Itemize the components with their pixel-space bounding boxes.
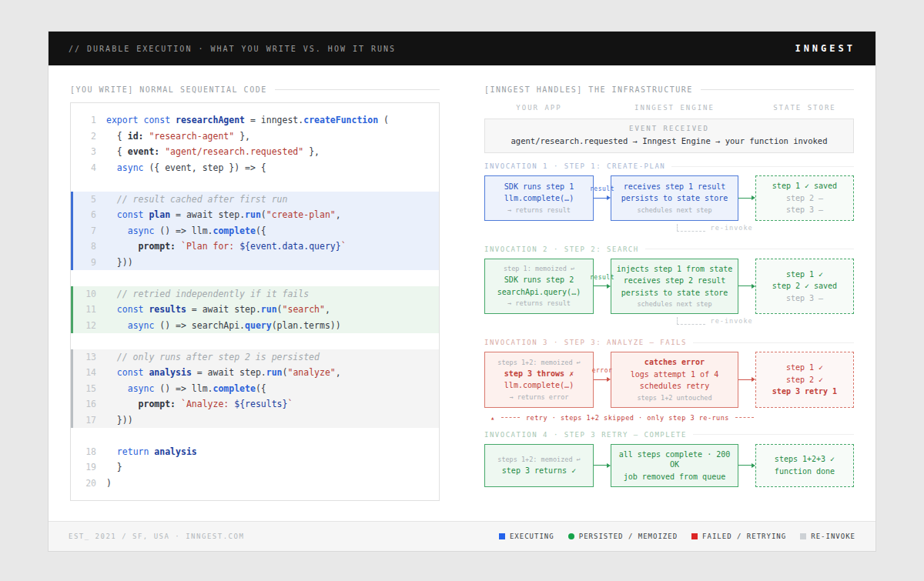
line-number: 11: [73, 302, 106, 318]
code-token: })): [106, 415, 133, 426]
flow-box-engine: catches errorlogs attempt 1 of 4schedule…: [611, 352, 738, 408]
legend-swatch-square: [800, 533, 806, 539]
code-line: 10 // retried independently if it fails: [71, 286, 439, 302]
line-number: [73, 428, 106, 444]
code-token: }: [106, 462, 122, 472]
code-token: run: [261, 304, 277, 315]
invocation-row: steps 1+2: memoized ↩step 3 returns ✓all…: [484, 444, 854, 488]
arrow-shaft: [594, 198, 607, 199]
flow-arrow-icon: [594, 444, 611, 488]
code-token: prompt:: [139, 241, 176, 252]
code-token: = inngest.: [245, 115, 303, 125]
right-panel-heading: [INNGEST HANDLES] THE INFRASTRUCTURE: [484, 84, 854, 95]
code-line: 15 async () => llm.complete({: [71, 381, 439, 397]
flow-box-engine: all steps complete · 200 OKjob removed f…: [611, 444, 738, 488]
column-state-store: STATE STORE: [755, 104, 854, 112]
code-token: [106, 446, 117, 457]
left-panel: [YOU WRITE] NORMAL SEQUENTIAL CODE 1expo…: [70, 84, 440, 521]
box-line: SDK runs step 2: [488, 275, 590, 285]
top-bar-title: // DURABLE EXECUTION · WHAT YOU WRITE VS…: [69, 45, 396, 53]
code-token: (: [378, 115, 389, 125]
code-token: const: [117, 304, 144, 315]
code-token: complete: [213, 383, 256, 394]
line-number: 18: [73, 444, 106, 460]
code-line: 11 const results = await step.run("searc…: [71, 302, 439, 318]
line-number: 13: [73, 349, 106, 366]
arrow-label: result: [590, 185, 614, 192]
arrow-label: result: [590, 274, 614, 281]
code-text: async ({ event, step }) => {: [106, 160, 266, 176]
line-number: 19: [73, 459, 106, 476]
code-token: return: [117, 446, 149, 457]
code-token: `Plan for:: [181, 241, 239, 252]
code-blank-line: [71, 270, 439, 286]
code-token: analysis: [154, 446, 196, 457]
box-line: step 3 —: [759, 205, 850, 215]
box-line: steps 1+2 untouched: [614, 393, 735, 402]
code-token: // only runs after step 2 is persisted: [106, 352, 320, 362]
reinvoke-elbow-icon: [677, 224, 705, 232]
flow-box-store: steps 1+2+3 ✓function done: [755, 444, 854, 488]
arrow-shaft: [594, 379, 607, 380]
legend-swatch-circle: [568, 533, 574, 539]
invocation-row: steps 1+2: memoized ↩step 3 throws ✗llm.…: [484, 352, 854, 408]
legend-item: RE-INVOKE: [800, 533, 855, 540]
code-token: event:: [128, 146, 160, 157]
code-token: ): [106, 478, 112, 489]
code-text: async () => llm.complete({: [106, 223, 266, 239]
code-token: "research-agent": [149, 131, 234, 142]
code-token: ,: [325, 304, 330, 315]
code-token: // retried independently if it fails: [106, 289, 309, 299]
code-token: const: [117, 367, 144, 378]
code-token: ({ event, step }) => {: [143, 162, 266, 173]
code-token: async: [128, 225, 155, 236]
code-token: [106, 209, 117, 220]
box-line: logs attempt 1 of 4: [614, 369, 735, 380]
code-token: [176, 399, 181, 409]
code-token: run: [266, 367, 283, 378]
line-number: 7: [73, 223, 106, 239]
arrow-label: error: [592, 367, 613, 374]
code-token: [106, 399, 139, 409]
code-token: (plan.terms)): [272, 320, 341, 331]
arrow-head-icon: [752, 377, 755, 382]
heading-rule: [275, 89, 440, 90]
line-number: [73, 270, 106, 286]
reinvoke-label: re-invoke: [711, 224, 753, 232]
flow-arrow-icon: [738, 175, 755, 221]
column-headers: YOUR APP INNGEST ENGINE STATE STORE: [484, 104, 854, 112]
column-gap: [738, 104, 755, 112]
code-line: 16 prompt: `Analyze: ${results}`: [71, 396, 439, 412]
line-number: 17: [73, 412, 106, 429]
left-panel-heading: [YOU WRITE] NORMAL SEQUENTIAL CODE: [70, 84, 440, 95]
code-token: run: [245, 209, 261, 220]
code-token: `Analyze:: [181, 399, 234, 409]
invocation-label-text: INVOCATION 1 · STEP 1: CREATE-PLAN: [484, 162, 665, 170]
code-line: 12 async () => searchApi.query(plan.term…: [71, 318, 439, 334]
code-token: () => searchApi.: [154, 320, 245, 331]
code-blank-line: [71, 428, 439, 444]
box-line: function done: [759, 466, 850, 477]
box-line: step 3 retry 1: [759, 386, 850, 397]
flow-box-store: step 1 ✓step 2 ✓ savedstep 3 —: [755, 259, 854, 315]
code-token: async: [128, 320, 155, 331]
footer-meta[interactable]: EST_ 2021 / SF, USA · INNGEST.COM: [69, 533, 244, 540]
line-number: 16: [73, 396, 106, 412]
legend-label: EXECUTING: [510, 533, 554, 540]
code-text: })): [106, 412, 133, 429]
code-token: [106, 367, 117, 378]
code-text: async () => searchApi.query(plan.terms)): [106, 318, 341, 334]
reinvoke-elbow-icon: [677, 317, 705, 325]
legend-label: PERSISTED / MEMOIZED: [579, 533, 678, 540]
flow-box-app: steps 1+2: memoized ↩step 3 returns ✓: [484, 444, 594, 488]
box-line: step 3 returns ✓: [488, 466, 590, 476]
event-box-text: agent/research.requested → Inngest Engin…: [488, 136, 850, 145]
top-bar: // DURABLE EXECUTION · WHAT YOU WRITE VS…: [49, 32, 875, 65]
invocation-row: SDK runs step 1llm.complete(…)→ returns …: [484, 175, 854, 221]
code-token: },: [234, 131, 250, 142]
code-token: [106, 241, 139, 252]
box-line: receives step 2 result: [614, 275, 735, 286]
code-line: 3 { event: "agent/research.requested" },: [71, 144, 439, 160]
label-rule: [693, 434, 854, 435]
box-line: step 1 ✓: [759, 362, 850, 373]
